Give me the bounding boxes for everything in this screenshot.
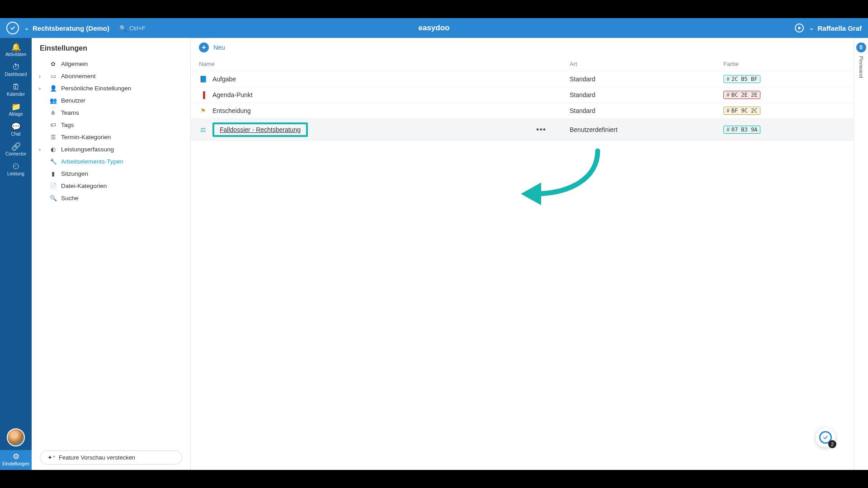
row-type-icon: ⚖ xyxy=(199,126,207,134)
rail-icon: 📁 xyxy=(0,103,32,111)
chevron-down-icon: ⌄ xyxy=(809,25,814,31)
rail-icon: 🔗 xyxy=(0,143,32,150)
main-content: + Neu Name Art Farbe 📘AufgabeStandard#2C… xyxy=(191,38,854,470)
feature-preview-button[interactable]: ✦⁺ Feature Vorschau verstecken xyxy=(40,450,182,465)
chevron-right-icon: › xyxy=(39,85,41,92)
row-type-icon: 📘 xyxy=(199,75,207,83)
sidepanel-item-icon: 🔍 xyxy=(50,195,57,202)
sidepanel-title: Einstellungen xyxy=(32,38,190,57)
table-row[interactable]: ⚖Falldossier - Rechtsberatung•••Benutzer… xyxy=(191,119,854,141)
pinboard-bar[interactable]: 0 Pinnwand xyxy=(854,38,868,470)
search-icon: 🔍 xyxy=(119,25,127,32)
chevron-right-icon: › xyxy=(39,73,41,80)
sidepanel-item-termin-kategorien[interactable]: ☰Termin-Kategorien xyxy=(36,131,186,143)
workspace-name: Rechtsberatung (Demo) xyxy=(33,24,109,32)
sidepanel-item-icon: ▭ xyxy=(50,73,57,80)
row-more-icon[interactable]: ••• xyxy=(536,125,546,135)
sidepanel-item-label: Persönliche Einstellungen xyxy=(61,85,131,92)
row-art: Standard xyxy=(570,75,723,83)
rail-label: Einstellungen xyxy=(2,461,29,466)
rail-item-aktivitäten[interactable]: 🔔Aktivitäten xyxy=(0,41,32,61)
rail-item-chat[interactable]: 💬Chat xyxy=(0,120,32,140)
row-name-text: Entscheidung xyxy=(212,107,251,114)
row-name-link[interactable]: Falldossier - Rechtsberatung xyxy=(220,126,301,133)
sidepanel-item-pers-nliche-einstellungen[interactable]: ›👤Persönliche Einstellungen xyxy=(36,82,186,94)
sidepanel-item-arbeitselements-typen[interactable]: 🔧Arbeitselements-Typen xyxy=(36,155,186,168)
nav-rail: 🔔Aktivitäten⏱Dashboard🗓Kalender📁Ablage💬C… xyxy=(0,38,32,470)
rail-label: Aktivitäten xyxy=(5,52,26,57)
rail-label: Leistung xyxy=(7,171,24,176)
table-row[interactable]: ⚑EntscheidungStandard#BF 9C 2C xyxy=(191,103,854,119)
sidepanel-item-icon: 👤 xyxy=(50,85,57,92)
hash-icon: # xyxy=(726,108,730,114)
sidepanel-item-icon: ✿ xyxy=(50,61,57,67)
color-badge: #BF 9C 2C xyxy=(723,107,760,115)
sidepanel-item-label: Sitzungen xyxy=(61,170,88,177)
sidepanel-item-teams[interactable]: ⋔Teams xyxy=(36,107,186,119)
sidepanel-item-icon: ⋔ xyxy=(50,109,57,116)
search-hint: Ctrl+F xyxy=(129,25,146,32)
topbar: ⌄ Rechtsberatung (Demo) 🔍 Ctrl+F easydoo… xyxy=(0,18,868,38)
rail-icon: ⏲ xyxy=(0,163,32,170)
new-button[interactable]: + Neu xyxy=(199,42,225,52)
search-trigger[interactable]: 🔍 Ctrl+F xyxy=(119,25,146,32)
table-header: Name Art Farbe xyxy=(191,57,854,71)
sidepanel-item-icon: 📄 xyxy=(50,183,57,189)
rail-icon: 🗓 xyxy=(0,83,32,91)
rail-label: Connector xyxy=(5,151,26,156)
sparkle-icon: ✦⁺ xyxy=(47,454,56,461)
row-art: Standard xyxy=(570,107,723,114)
hash-icon: # xyxy=(726,92,730,98)
pinboard-count: 0 xyxy=(856,42,866,52)
sidepanel-item-benutzer[interactable]: 👥Benutzer xyxy=(36,94,186,107)
sidepanel-item-sitzungen[interactable]: ▮Sitzungen xyxy=(36,168,186,180)
sidepanel-item-label: Leistungserfassung xyxy=(61,146,114,153)
rail-icon: 💬 xyxy=(0,123,32,131)
brand-title: easydoo xyxy=(419,23,450,33)
column-art: Art xyxy=(570,61,723,67)
user-menu[interactable]: ⌄ Raffaella Graf xyxy=(809,24,862,32)
hash-icon: # xyxy=(726,127,730,133)
floating-status-button[interactable]: 2 xyxy=(816,427,835,447)
user-name: Raffaella Graf xyxy=(817,24,862,32)
sidepanel-item-label: Abonnement xyxy=(61,73,96,80)
chevron-right-icon: › xyxy=(39,146,41,153)
sidepanel-item-abonnement[interactable]: ›▭Abonnement xyxy=(36,70,186,82)
play-icon[interactable] xyxy=(795,23,804,33)
rail-label: Ablage xyxy=(9,112,23,117)
rail-item-connector[interactable]: 🔗Connector xyxy=(0,140,32,160)
sidepanel-item-allgemein[interactable]: ✿Allgemein xyxy=(36,58,186,70)
sidepanel-item-icon: 🔧 xyxy=(50,158,57,165)
rail-item-leistung[interactable]: ⏲Leistung xyxy=(0,160,32,180)
table-row[interactable]: 📘AufgabeStandard#2C B5 BF xyxy=(191,71,854,87)
sidepanel-item-label: Tags xyxy=(61,122,74,128)
color-badge: #07 B3 9A xyxy=(723,126,760,134)
sidepanel-item-icon: 👥 xyxy=(50,97,57,104)
sidepanel-item-icon: ◐ xyxy=(50,146,57,153)
row-art: Standard xyxy=(570,91,723,99)
rail-item-einstellungen[interactable]: ⚙Einstellungen xyxy=(0,450,32,470)
sidepanel-item-suche[interactable]: 🔍Suche xyxy=(36,192,186,204)
rail-item-ablage[interactable]: 📁Ablage xyxy=(0,100,32,120)
annotation-arrow xyxy=(516,146,616,214)
sidepanel-item-label: Teams xyxy=(61,109,79,116)
workspace-selector[interactable]: ⌄ Rechtsberatung (Demo) xyxy=(24,24,109,32)
sidepanel-item-label: Arbeitselements-Typen xyxy=(61,158,123,165)
row-type-icon: ⚑ xyxy=(199,107,207,115)
sidepanel-item-tags[interactable]: 🏷Tags xyxy=(36,119,186,131)
rail-item-kalender[interactable]: 🗓Kalender xyxy=(0,80,32,100)
brand-logo-icon xyxy=(6,22,19,34)
rail-item-dashboard[interactable]: ⏱Dashboard xyxy=(0,61,32,80)
table-row[interactable]: ▐Agenda-PunktStandard#BC 2E 2E xyxy=(191,87,854,103)
sidepanel-item-leistungserfassung[interactable]: ›◐Leistungserfassung xyxy=(36,143,186,155)
rail-icon: 🔔 xyxy=(0,43,32,51)
gear-icon: ⚙ xyxy=(0,453,32,460)
svg-marker-0 xyxy=(521,183,541,205)
user-avatar[interactable] xyxy=(7,428,25,446)
sidepanel-item-icon: ☰ xyxy=(50,134,57,141)
column-farbe: Farbe xyxy=(723,61,845,67)
chevron-down-icon: ⌄ xyxy=(24,25,29,31)
color-badge: #BC 2E 2E xyxy=(723,91,760,99)
sidepanel-item-datei-kategorien[interactable]: 📄Datei-Kategorien xyxy=(36,180,186,192)
column-name: Name xyxy=(199,61,570,67)
